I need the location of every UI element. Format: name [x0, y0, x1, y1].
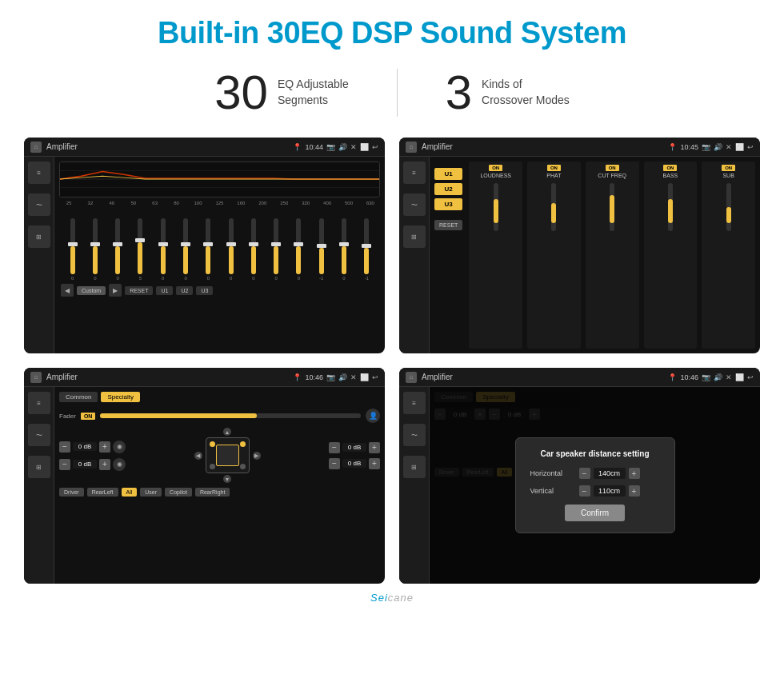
module-loudness-slider[interactable]	[494, 183, 498, 231]
crossover-reset-btn[interactable]: RESET	[434, 220, 462, 230]
speaker-wave-btn[interactable]: 〜	[28, 424, 50, 446]
screen-eq-header: ⌂ Amplifier 📍 10:44 📷 🔊 ✕ ⬜ ↩	[24, 138, 385, 157]
header-icons: 📍 10:44 📷 🔊 ✕ ⬜ ↩	[293, 143, 378, 151]
db-minus-fl[interactable]: −	[59, 441, 70, 453]
eq-settings-btn[interactable]: ≡	[28, 162, 50, 184]
home-icon-3[interactable]: ⌂	[30, 372, 42, 383]
db-minus-rr[interactable]: −	[329, 458, 340, 469]
stats-section: 30 EQ Adjustable Segments 3 Kinds of Cro…	[24, 65, 760, 120]
screen-crossover-body: ≡ 〜 ⊞ U1 U2 U3 RESET	[399, 157, 760, 353]
eq-slider-2[interactable]: 0	[85, 218, 105, 281]
eq-slider-9[interactable]: 0	[243, 218, 263, 281]
nav-left[interactable]: ◀	[194, 452, 202, 460]
eq-vol-btn[interactable]: ⊞	[28, 225, 50, 248]
eq-wave-btn[interactable]: 〜	[28, 193, 50, 216]
dialog-wave-btn[interactable]: 〜	[403, 424, 426, 446]
eq-slider-11[interactable]: 0	[289, 218, 309, 281]
eq-next-btn[interactable]: ▶	[109, 284, 122, 297]
crossover-wave-btn[interactable]: 〜	[403, 193, 426, 216]
eq-preset-u2[interactable]: U2	[176, 286, 193, 295]
home-icon[interactable]: ⌂	[30, 142, 42, 153]
fader-bar[interactable]	[100, 413, 361, 418]
header-icons-2: 📍 10:45 📷 🔊 ✕ ⬜ ↩	[668, 143, 754, 151]
dialog-minus-horizontal[interactable]: −	[579, 468, 590, 479]
btn-rear-right[interactable]: RearRight	[195, 488, 230, 497]
module-cutfreq-slider[interactable]	[610, 183, 614, 231]
crossover-preset-u3[interactable]: U3	[434, 198, 462, 210]
crossover-preset-u2[interactable]: U2	[434, 183, 462, 195]
crossover-preset-u1[interactable]: U1	[434, 168, 462, 180]
btn-user[interactable]: User	[140, 488, 162, 497]
eq-slider-4[interactable]: 5	[130, 218, 150, 281]
dialog-overlay: Car speaker distance setting Horizontal …	[430, 387, 760, 584]
btn-driver[interactable]: Driver	[59, 488, 84, 497]
page-title: Built-in 30EQ DSP Sound System	[24, 16, 760, 50]
module-sub: ON SUB	[702, 162, 755, 349]
speaker-vol-btn[interactable]: ⊞	[28, 456, 50, 478]
db-plus-rr[interactable]: +	[369, 458, 380, 469]
eq-slider-1[interactable]: 0	[62, 218, 82, 281]
eq-slider-12[interactable]: -1	[311, 218, 331, 281]
car-diagram-row: ◀ ▶	[194, 437, 261, 473]
tab-specialty[interactable]: Specialty	[101, 392, 139, 402]
eq-slider-5[interactable]: 0	[153, 218, 173, 281]
eq-slider-6[interactable]: 0	[175, 218, 195, 281]
close-icon-3: ✕	[350, 373, 357, 381]
module-sub-slider[interactable]	[726, 183, 731, 231]
nav-down[interactable]: ▼	[223, 475, 231, 483]
db-plus-fl[interactable]: +	[99, 441, 110, 453]
db-plus-rl[interactable]: +	[99, 459, 110, 470]
module-phat-on[interactable]: ON	[547, 165, 561, 171]
dialog-plus-vertical[interactable]: +	[629, 485, 640, 497]
module-sub-on[interactable]: ON	[722, 165, 735, 171]
eq-label-160: 160	[233, 201, 249, 205]
nav-right[interactable]: ▶	[253, 452, 261, 460]
module-loudness-on[interactable]: ON	[489, 165, 502, 171]
screen-speaker-content: Common Specialty Fader ON 👤	[54, 387, 385, 584]
btn-copilot[interactable]: Copilot	[165, 488, 192, 497]
module-bass-slider[interactable]	[668, 183, 673, 231]
camera-icon: 📷	[326, 143, 335, 151]
btn-all[interactable]: All	[122, 488, 138, 497]
dialog-minus-vertical[interactable]: −	[579, 485, 590, 497]
eq-slider-10[interactable]: 0	[266, 218, 286, 281]
tab-common[interactable]: Common	[59, 392, 98, 402]
dialog-plus-horizontal[interactable]: +	[629, 468, 640, 479]
eq-preset-custom[interactable]: Custom	[77, 286, 106, 295]
right-controls: − 0 dB + − 0 dB +	[329, 442, 380, 469]
home-icon-2[interactable]: ⌂	[406, 142, 417, 153]
btn-rear-left[interactable]: RearLeft	[87, 488, 118, 497]
eq-preset-reset[interactable]: RESET	[125, 286, 153, 295]
eq-preset-u3[interactable]: U3	[196, 286, 213, 295]
nav-up[interactable]: ▲	[223, 428, 231, 436]
avatar-icon[interactable]: 👤	[366, 409, 380, 423]
confirm-button[interactable]: Confirm	[565, 505, 625, 521]
volume-icon-3: 🔊	[338, 373, 347, 381]
db-value-fr: 0 dB	[342, 443, 366, 452]
db-plus-fr[interactable]: +	[369, 442, 380, 453]
eq-slider-3[interactable]: 0	[108, 218, 128, 281]
home-icon-4[interactable]: ⌂	[406, 372, 417, 383]
module-phat-slider[interactable]	[551, 183, 556, 231]
stat-eq-text: EQ Adjustable Segments	[278, 77, 349, 108]
module-bass-on[interactable]: ON	[663, 165, 677, 171]
eq-prev-btn[interactable]: ◀	[61, 284, 74, 297]
module-cutfreq-on[interactable]: ON	[606, 165, 619, 171]
db-control-rr: − 0 dB +	[329, 458, 380, 469]
speaker-settings-btn[interactable]: ≡	[28, 392, 50, 414]
db-control-fr: − 0 dB +	[329, 442, 380, 453]
crossover-settings-btn[interactable]: ≡	[403, 162, 426, 184]
eq-preset-u1[interactable]: U1	[156, 286, 173, 295]
eq-slider-14[interactable]: -1	[357, 218, 377, 281]
db-minus-rl[interactable]: −	[59, 459, 70, 470]
eq-slider-13[interactable]: 0	[334, 218, 354, 281]
crossover-vol-btn[interactable]: ⊞	[403, 225, 426, 248]
eq-slider-7[interactable]: 0	[198, 218, 218, 281]
dialog-settings-btn[interactable]: ≡	[403, 392, 426, 414]
eq-slider-8[interactable]: 0	[221, 218, 241, 281]
eq-label-500: 500	[341, 201, 357, 205]
speaker-grid: − 0 dB + ◉ − 0 dB + ◉	[59, 428, 380, 483]
fader-on-badge[interactable]: ON	[81, 413, 96, 420]
db-minus-fr[interactable]: −	[329, 442, 340, 453]
dialog-vol-btn[interactable]: ⊞	[403, 456, 426, 478]
